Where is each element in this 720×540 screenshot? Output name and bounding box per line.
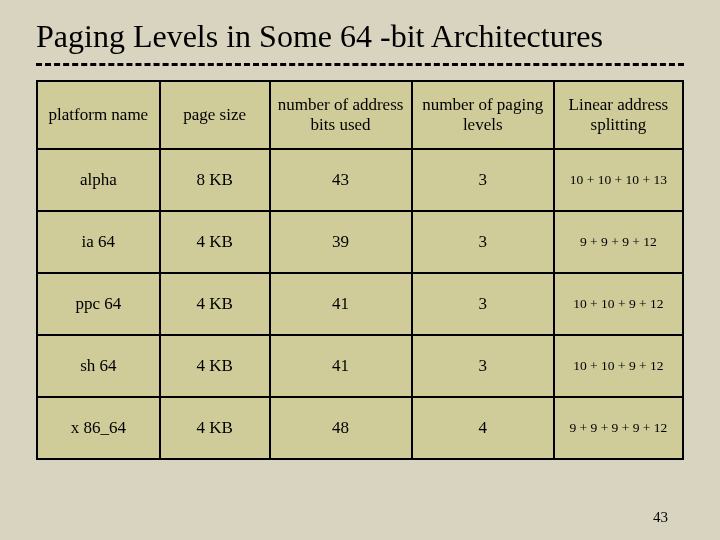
page-number: 43 bbox=[653, 509, 668, 526]
cell-splitting: 10 + 10 + 9 + 12 bbox=[554, 273, 683, 335]
table-row: ia 64 4 KB 39 3 9 + 9 + 9 + 12 bbox=[37, 211, 683, 273]
slide: Paging Levels in Some 64 -bit Architectu… bbox=[0, 0, 720, 540]
table-row: sh 64 4 KB 41 3 10 + 10 + 9 + 12 bbox=[37, 335, 683, 397]
table-row: ppc 64 4 KB 41 3 10 + 10 + 9 + 12 bbox=[37, 273, 683, 335]
header-splitting: Linear address splitting bbox=[554, 81, 683, 149]
cell-addr-bits: 43 bbox=[270, 149, 412, 211]
cell-splitting: 9 + 9 + 9 + 9 + 12 bbox=[554, 397, 683, 459]
cell-addr-bits: 41 bbox=[270, 335, 412, 397]
cell-addr-bits: 39 bbox=[270, 211, 412, 273]
cell-platform: sh 64 bbox=[37, 335, 160, 397]
cell-levels: 3 bbox=[412, 211, 554, 273]
cell-platform: ia 64 bbox=[37, 211, 160, 273]
slide-title: Paging Levels in Some 64 -bit Architectu… bbox=[36, 18, 684, 55]
cell-page-size: 4 KB bbox=[160, 273, 270, 335]
header-levels: number of paging levels bbox=[412, 81, 554, 149]
table-row: x 86_64 4 KB 48 4 9 + 9 + 9 + 9 + 12 bbox=[37, 397, 683, 459]
cell-platform: ppc 64 bbox=[37, 273, 160, 335]
title-divider bbox=[36, 63, 684, 66]
cell-levels: 3 bbox=[412, 273, 554, 335]
cell-levels: 3 bbox=[412, 335, 554, 397]
cell-levels: 4 bbox=[412, 397, 554, 459]
header-platform: platform name bbox=[37, 81, 160, 149]
cell-page-size: 4 KB bbox=[160, 397, 270, 459]
table-header-row: platform name page size number of addres… bbox=[37, 81, 683, 149]
cell-platform: x 86_64 bbox=[37, 397, 160, 459]
cell-splitting: 10 + 10 + 9 + 12 bbox=[554, 335, 683, 397]
paging-table: platform name page size number of addres… bbox=[36, 80, 684, 460]
cell-splitting: 10 + 10 + 10 + 13 bbox=[554, 149, 683, 211]
cell-page-size: 8 KB bbox=[160, 149, 270, 211]
cell-platform: alpha bbox=[37, 149, 160, 211]
cell-levels: 3 bbox=[412, 149, 554, 211]
table-row: alpha 8 KB 43 3 10 + 10 + 10 + 13 bbox=[37, 149, 683, 211]
cell-page-size: 4 KB bbox=[160, 335, 270, 397]
cell-splitting: 9 + 9 + 9 + 12 bbox=[554, 211, 683, 273]
cell-addr-bits: 41 bbox=[270, 273, 412, 335]
header-page-size: page size bbox=[160, 81, 270, 149]
cell-page-size: 4 KB bbox=[160, 211, 270, 273]
header-addr-bits: number of address bits used bbox=[270, 81, 412, 149]
cell-addr-bits: 48 bbox=[270, 397, 412, 459]
